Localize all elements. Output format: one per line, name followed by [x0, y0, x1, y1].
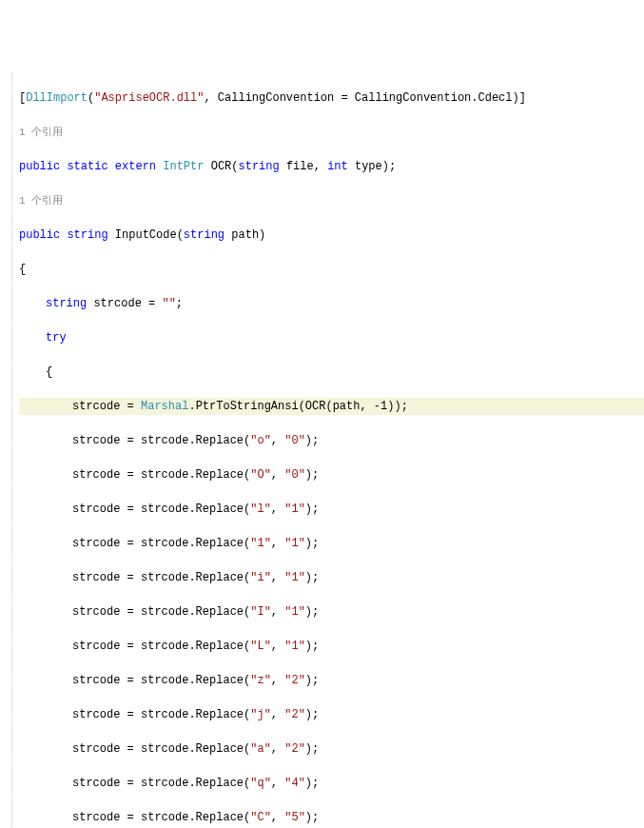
reference-count[interactable]: 1 个引用 [19, 192, 644, 209]
code-line: { [19, 261, 644, 278]
code-editor: [DllImport("AspriseOCR.dll", CallingConv… [0, 72, 644, 828]
code-line: strcode = strcode.Replace("I", "1"); [19, 603, 644, 621]
code-line: public string InputCode(string path) [19, 227, 644, 244]
code-line: strcode = strcode.Replace("1", "1"); [19, 535, 644, 552]
code-line: strcode = strcode.Replace("l", "1"); [19, 501, 644, 518]
code-line: strcode = strcode.Replace("a", "2"); [19, 740, 644, 758]
reference-count[interactable]: 1 个引用 [19, 124, 644, 141]
gutter [0, 72, 19, 828]
code-line: strcode = strcode.Replace("O", "0"); [19, 466, 644, 483]
code-line: try [19, 329, 644, 346]
code-line: strcode = strcode.Replace("L", "1"); [19, 638, 644, 655]
code-line: strcode = strcode.Replace("z", "2"); [19, 672, 644, 689]
code-line: strcode = strcode.Replace("i", "1"); [19, 569, 644, 586]
code-line: string strcode = ""; [19, 295, 644, 312]
code-line: [DllImport("AspriseOCR.dll", CallingConv… [19, 89, 644, 107]
code-line: strcode = strcode.Replace("o", "0"); [19, 432, 644, 449]
code-line: strcode = strcode.Replace("q", "4"); [19, 775, 644, 792]
code-line: public static extern IntPtr OCR(string f… [19, 158, 644, 175]
code-line: strcode = strcode.Replace("C", "5"); [19, 809, 644, 826]
code-line: strcode = strcode.Replace("j", "2"); [19, 706, 644, 723]
code-line: { [19, 364, 644, 381]
code-content[interactable]: [DllImport("AspriseOCR.dll", CallingConv… [19, 72, 644, 828]
code-line-highlighted: strcode = Marshal.PtrToStringAnsi(OCR(pa… [19, 398, 644, 415]
